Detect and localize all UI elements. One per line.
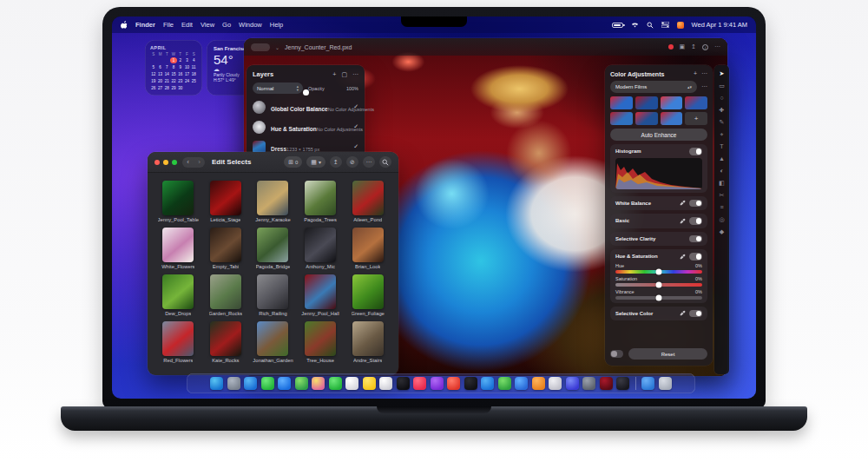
menu-go[interactable]: Go [222,21,231,29]
photo-item[interactable]: Jenny_Karaoke [249,178,297,222]
calendar-date[interactable]: 14 [163,71,170,77]
dock-safari-icon[interactable] [244,377,257,390]
calendar-date[interactable]: 21 [163,78,170,84]
photo-item[interactable]: Andre_Stairs [344,319,391,363]
selective-clarity-toggle[interactable] [689,235,702,243]
marquee-tool-icon[interactable]: ▭ [719,82,725,89]
add-adjustment-icon[interactable]: + [694,70,697,77]
menu-window[interactable]: Window [239,21,262,29]
photo-thumbnail[interactable] [352,228,384,262]
layer-row[interactable]: Global Color BalanceNo Color Adjustments… [253,99,358,115]
share-icon[interactable]: ↥ [691,43,696,50]
photo-thumbnail[interactable] [162,181,194,215]
image-icon[interactable]: ▣ [680,43,686,50]
calendar-date[interactable]: 11 [190,64,197,70]
view-options-control[interactable]: ▦▾ [306,156,326,168]
basic-toggle[interactable] [689,217,702,225]
dock-system-settings-icon[interactable] [582,377,595,390]
calendar-date[interactable]: 1 [170,57,177,63]
dock-facetime-icon[interactable] [329,377,342,390]
search-icon[interactable] [647,22,654,29]
eyedropper-icon[interactable] [680,200,686,206]
calendar-date[interactable]: 10 [184,64,191,70]
calendar-date[interactable]: 12 [150,71,157,77]
color-tool-icon[interactable]: ◆ [720,228,724,235]
dock-pages-icon[interactable] [532,377,545,390]
calendar-date[interactable]: 9 [177,64,184,70]
photo-item[interactable]: Aileen_Pond [344,178,391,222]
info-icon[interactable]: i [702,44,708,50]
menu-finder[interactable]: Finder [135,21,155,29]
photo-item[interactable]: Empty_Tabi [202,225,250,269]
calendar-date[interactable]: 3 [184,57,191,63]
reset-button[interactable]: Reset [628,348,707,360]
record-dot-icon[interactable] [668,44,674,50]
dock-photos-icon[interactable] [312,377,325,390]
photo-thumbnail[interactable] [162,321,194,356]
add-layer-icon[interactable]: + [332,71,336,78]
edit-button[interactable]: ⊘ [346,156,358,168]
calendar-date[interactable]: 20 [157,78,164,84]
eyedropper-icon[interactable] [680,218,686,224]
dock-keynote-icon[interactable] [515,377,528,390]
color-preset-thumbnail[interactable] [635,112,658,125]
color-preset-thumbnail[interactable] [610,112,633,125]
calendar-date[interactable]: 27 [157,85,164,91]
dock-app-store-icon[interactable] [481,377,494,390]
dock-podcasts-icon[interactable] [431,377,444,390]
forward-icon[interactable]: › [198,158,201,167]
hue-slider[interactable] [615,270,702,274]
color-preset-thumbnail[interactable] [661,112,683,125]
calendar-date[interactable]: 4 [190,57,197,63]
calendar-date[interactable]: 5 [150,64,157,70]
photo-thumbnail[interactable] [210,274,241,309]
more-icon[interactable]: ⋯ [714,43,720,50]
adjustments-more-icon[interactable]: ⋯ [701,70,707,77]
editor-document-title[interactable]: Jenny_Counter_Red.pxd [285,44,352,50]
dock-music-icon[interactable] [413,377,426,390]
photo-thumbnail[interactable] [352,321,384,356]
calendar-date[interactable]: 13 [157,71,164,77]
photo-item[interactable]: Jenny_Pool_Table [155,178,202,222]
photo-thumbnail[interactable] [305,228,336,262]
selective-color-toggle[interactable] [689,310,702,318]
photo-item[interactable]: Pagoda_Trees [297,178,345,222]
calendar-date[interactable]: 8 [170,64,177,70]
panel-footer-toggle[interactable] [610,350,623,358]
dock-pixelmator-pro-icon[interactable] [600,377,613,390]
layer-visibility-check-icon[interactable]: ✓ [353,143,358,150]
calendar-date[interactable]: 15 [170,71,177,77]
dock-messages-icon[interactable] [261,377,274,390]
share-button[interactable]: ↥ [330,156,342,168]
saturation-slider[interactable] [615,283,702,287]
calendar-date[interactable]: 22 [170,78,177,84]
calendar-date[interactable]: 7 [163,64,170,70]
calendar-date[interactable]: 29 [170,85,177,91]
layer-group-icon[interactable]: ▢ [341,71,347,78]
preset-more-icon[interactable]: ⋯ [701,83,707,90]
layer-visibility-check-icon[interactable]: ✓ [353,123,358,130]
dock-maps-icon[interactable] [295,377,308,390]
control-center-icon[interactable] [661,22,669,28]
calendar-date[interactable]: 30 [177,85,184,91]
photo-item[interactable]: Green_Foliage [344,272,391,316]
dock-notes-icon[interactable] [363,377,376,390]
photo-item[interactable]: Kate_Rocks [202,319,250,363]
menu-extra-app-icon[interactable] [677,22,684,29]
photo-thumbnail[interactable] [352,181,384,215]
menu-clock[interactable]: Wed Apr 1 9:41 AM [692,21,747,29]
color-preset-thumbnail[interactable] [610,96,633,109]
repair-tool-icon[interactable]: ⌖ [720,131,724,138]
wifi-icon[interactable] [631,22,639,28]
gradient-tool-icon[interactable]: ◐ [720,168,723,175]
back-icon[interactable]: ‹ [187,158,189,167]
add-preset-button[interactable]: + [685,112,707,125]
vibrance-slider[interactable] [615,296,702,300]
color-preset-thumbnail[interactable] [635,96,658,109]
calendar-date[interactable]: 28 [163,85,170,91]
hue-saturation-toggle[interactable] [689,253,702,261]
photo-item[interactable]: Dew_Drops [155,272,202,316]
lasso-tool-icon[interactable]: ○ [720,95,723,102]
calendar-date[interactable]: 6 [157,64,164,70]
photo-thumbnail[interactable] [162,228,194,262]
